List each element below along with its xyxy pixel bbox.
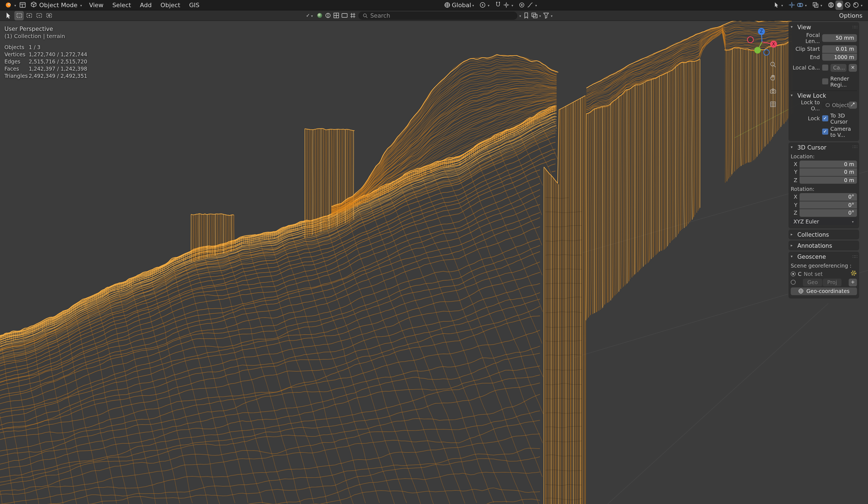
shading-wireframe-button[interactable]: [827, 0, 835, 10]
search-options-dropdown[interactable]: ▾: [519, 13, 521, 17]
menu-add[interactable]: Add: [136, 0, 156, 10]
focal-length-label: Focal Len...: [791, 32, 820, 44]
cursor-rotation-x-field[interactable]: 0°: [799, 193, 857, 201]
active-tool-cursor-icon[interactable]: [3, 11, 13, 20]
crs-radio[interactable]: [791, 271, 796, 276]
select-box-intersect-button[interactable]: [44, 11, 53, 20]
half-sphere-icon[interactable]: [324, 11, 332, 20]
stat-value: 1,242,397 / 1,242,398: [29, 66, 87, 72]
focal-length-field[interactable]: 50 mm: [822, 34, 857, 42]
orientation-dropdown[interactable]: Global ▾: [442, 0, 476, 10]
panel-drag-grip[interactable]: ∷∷: [852, 145, 857, 149]
gizmo-toggle-icon[interactable]: [788, 0, 796, 10]
zoom-button[interactable]: [768, 60, 777, 69]
add-crs-button[interactable]: +: [849, 279, 857, 286]
menu-select[interactable]: Select: [108, 0, 135, 10]
cursor-location-z-field[interactable]: 0 m: [799, 176, 857, 184]
panel-view-lock-header[interactable]: ▾ View Lock: [791, 90, 857, 98]
local-camera-field[interactable]: Ca...: [830, 64, 846, 72]
proportional-edit-icon[interactable]: [518, 0, 526, 10]
menu-object[interactable]: Object: [156, 0, 184, 10]
app-menu-button[interactable]: [3, 0, 13, 10]
object-types-dropdown[interactable]: ▾: [771, 0, 785, 10]
panel-collections[interactable]: ▸ Collections: [788, 230, 859, 240]
search-right-icons: ▾ ▾ ▾: [517, 11, 555, 20]
select-box-extend-button[interactable]: [24, 11, 34, 20]
geo-coordinates-button[interactable]: Geo-coordinates: [791, 287, 857, 295]
filter-funnel-icon[interactable]: [542, 11, 550, 20]
proportional-controls: ▾: [517, 0, 539, 10]
cursor-rotation-z-field[interactable]: 0°: [799, 209, 857, 217]
panel-drag-grip[interactable]: ∷∷: [852, 254, 857, 259]
clip-end-field[interactable]: 1000 m: [822, 53, 857, 61]
terrain-mesh-canvas[interactable]: [0, 21, 868, 504]
local-camera-checkbox[interactable]: [822, 65, 828, 71]
display-mode-icon[interactable]: [530, 11, 538, 20]
shading-solid-button[interactable]: [835, 0, 843, 10]
chevron-down-icon: ▾: [535, 3, 537, 7]
viewport-3d: User Perspective (1) Collection | terrai…: [0, 21, 868, 504]
shading-rendered-button[interactable]: [852, 0, 860, 10]
navigation-gizmo[interactable]: Z X: [746, 27, 777, 57]
bookmark-icon[interactable]: [522, 11, 530, 20]
lock-to-cursor-label: To 3D Cursor: [830, 112, 857, 124]
camera-view-button[interactable]: [768, 86, 777, 95]
svg-text:Z: Z: [760, 29, 763, 34]
xray-toggle-icon[interactable]: [812, 0, 819, 10]
panel-annotations[interactable]: ▸ Annotations: [788, 241, 859, 251]
rotation-order-dropdown[interactable]: XYZ Euler ▾: [791, 218, 857, 225]
perspective-toggle-button[interactable]: [768, 99, 777, 109]
panel-3d-cursor-header[interactable]: ▾ 3D Cursor ∷∷: [791, 143, 857, 151]
material-sphere-icon[interactable]: [316, 11, 323, 20]
pivot-dropdown[interactable]: ▾: [477, 0, 492, 10]
falloff-curve-icon[interactable]: [527, 0, 534, 10]
view-perspective-label: User Perspective: [4, 25, 87, 32]
globe-icon: [798, 288, 804, 294]
cursor-location-x-field[interactable]: 0 m: [799, 160, 857, 168]
panel-3d-cursor: ▾ 3D Cursor ∷∷ Location: X Y Z 0 m 0 m 0…: [788, 142, 859, 228]
mode-dropdown[interactable]: Object Mode ▾: [28, 0, 84, 10]
texture-icon[interactable]: [332, 11, 340, 20]
editor-type-button[interactable]: [18, 0, 27, 10]
geo-button[interactable]: Geo: [803, 279, 822, 286]
menu-view[interactable]: View: [85, 0, 107, 10]
chevron-down-icon: ▾: [805, 3, 807, 7]
object-placeholder: Object: [832, 102, 849, 109]
crs-settings-gear-icon[interactable]: [850, 270, 857, 277]
panel-view-header[interactable]: ▾ View ∷∷: [791, 23, 857, 31]
proj-button[interactable]: Proj: [823, 279, 841, 286]
crs-status: Not set: [804, 271, 848, 277]
pan-hand-button[interactable]: [768, 73, 777, 82]
snap-target-icon[interactable]: [503, 0, 510, 10]
chevron-down-icon: ▾: [551, 13, 552, 17]
cursor-rotation-y-field[interactable]: 0°: [799, 201, 857, 209]
projection-radio[interactable]: [791, 280, 796, 285]
visibility-check-dropdown[interactable]: ✓ ▾: [304, 13, 315, 18]
lock-to-object-field[interactable]: Object: [822, 102, 846, 109]
screen-icon[interactable]: [340, 11, 348, 20]
gizmo-x-neg-axis: [747, 37, 753, 43]
axis-label: Y: [791, 168, 797, 176]
panel-title: View Lock: [797, 92, 826, 98]
stat-label: Vertices: [4, 51, 29, 57]
eyedropper-button[interactable]: [849, 102, 857, 109]
clip-start-field[interactable]: 0.01 m: [822, 45, 857, 53]
search-input[interactable]: Search: [358, 11, 517, 20]
select-box-subtract-button[interactable]: [34, 11, 44, 20]
options-toggle[interactable]: Options: [837, 12, 865, 19]
grid-snap-icon[interactable]: [349, 11, 356, 20]
menu-gis[interactable]: GIS: [185, 0, 204, 10]
axis-label: Z: [791, 176, 797, 184]
magnet-icon[interactable]: [495, 0, 502, 10]
lock-to-cursor-checkbox[interactable]: ✓: [822, 115, 828, 122]
panel-geoscene-header[interactable]: ▾ Geoscene ∷∷: [791, 253, 857, 260]
select-box-new-button[interactable]: [14, 11, 24, 20]
camera-to-view-checkbox[interactable]: ✓: [822, 128, 828, 135]
clear-button[interactable]: ×: [849, 64, 857, 72]
overlays-toggle-icon[interactable]: [796, 0, 804, 10]
cursor-location-y-field[interactable]: 0 m: [799, 168, 857, 176]
shading-material-button[interactable]: [844, 0, 851, 10]
chevron-down-icon: ▾: [512, 3, 513, 7]
panel-drag-grip[interactable]: ∷∷: [852, 24, 857, 30]
render-region-checkbox[interactable]: [822, 78, 828, 84]
